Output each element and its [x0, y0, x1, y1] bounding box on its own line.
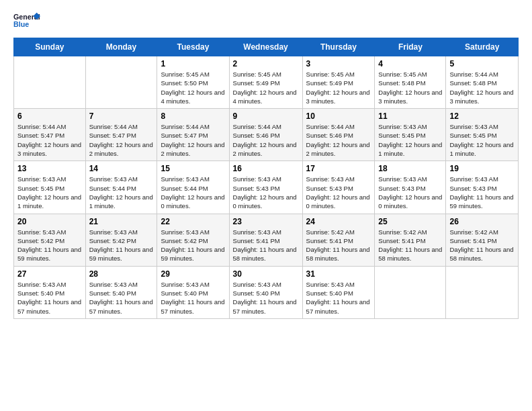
week-row-4: 20Sunrise: 5:43 AM Sunset: 5:42 PM Dayli…: [14, 214, 519, 266]
day-cell: 20Sunrise: 5:43 AM Sunset: 5:42 PM Dayli…: [14, 214, 86, 266]
header-cell-friday: Friday: [375, 38, 446, 56]
day-info: Sunrise: 5:42 AM Sunset: 5:41 PM Dayligh…: [378, 228, 442, 263]
week-row-1: 1Sunrise: 5:45 AM Sunset: 5:50 PM Daylig…: [14, 56, 519, 109]
day-info: Sunrise: 5:43 AM Sunset: 5:44 PM Dayligh…: [161, 175, 225, 210]
day-number: 26: [449, 217, 515, 226]
logo: General Blue: [13, 11, 40, 31]
day-number: 13: [17, 164, 82, 173]
day-number: 16: [233, 164, 299, 173]
day-cell: 14Sunrise: 5:43 AM Sunset: 5:44 PM Dayli…: [85, 161, 157, 214]
page-header: General Blue: [13, 11, 519, 31]
week-row-3: 13Sunrise: 5:43 AM Sunset: 5:45 PM Dayli…: [14, 161, 519, 214]
calendar-table: SundayMondayTuesdayWednesdayThursdayFrid…: [13, 38, 519, 319]
day-number: 8: [161, 111, 225, 121]
svg-text:Blue: Blue: [13, 20, 29, 28]
day-number: 21: [89, 217, 154, 226]
day-info: Sunrise: 5:42 AM Sunset: 5:41 PM Dayligh…: [306, 228, 371, 263]
day-info: Sunrise: 5:43 AM Sunset: 5:42 PM Dayligh…: [161, 228, 225, 263]
day-cell: 22Sunrise: 5:43 AM Sunset: 5:42 PM Dayli…: [157, 214, 229, 266]
day-info: Sunrise: 5:44 AM Sunset: 5:46 PM Dayligh…: [233, 122, 299, 158]
day-cell: 13Sunrise: 5:43 AM Sunset: 5:45 PM Dayli…: [14, 161, 86, 214]
day-cell: 21Sunrise: 5:43 AM Sunset: 5:42 PM Dayli…: [85, 214, 157, 266]
day-cell: 11Sunrise: 5:43 AM Sunset: 5:45 PM Dayli…: [375, 109, 446, 161]
day-cell: 7Sunrise: 5:44 AM Sunset: 5:47 PM Daylig…: [85, 109, 157, 161]
day-cell: 9Sunrise: 5:44 AM Sunset: 5:46 PM Daylig…: [229, 109, 302, 161]
day-number: 3: [306, 59, 371, 68]
day-cell: [85, 56, 157, 109]
day-number: 25: [378, 217, 442, 226]
day-cell: 12Sunrise: 5:43 AM Sunset: 5:45 PM Dayli…: [446, 109, 519, 161]
day-number: 24: [306, 217, 371, 226]
day-info: Sunrise: 5:44 AM Sunset: 5:47 PM Dayligh…: [17, 122, 82, 158]
day-cell: 18Sunrise: 5:43 AM Sunset: 5:43 PM Dayli…: [375, 161, 446, 214]
day-cell: 31Sunrise: 5:43 AM Sunset: 5:40 PM Dayli…: [302, 266, 375, 318]
day-cell: 17Sunrise: 5:43 AM Sunset: 5:43 PM Dayli…: [302, 161, 375, 214]
day-cell: 2Sunrise: 5:45 AM Sunset: 5:49 PM Daylig…: [229, 56, 302, 109]
day-info: Sunrise: 5:43 AM Sunset: 5:43 PM Dayligh…: [233, 175, 299, 210]
day-info: Sunrise: 5:45 AM Sunset: 5:48 PM Dayligh…: [378, 70, 442, 105]
day-number: 28: [89, 269, 154, 279]
day-number: 18: [378, 164, 442, 173]
day-number: 5: [449, 59, 515, 68]
day-info: Sunrise: 5:44 AM Sunset: 5:48 PM Dayligh…: [449, 70, 515, 105]
day-number: 4: [378, 59, 442, 68]
day-info: Sunrise: 5:43 AM Sunset: 5:44 PM Dayligh…: [89, 175, 154, 210]
day-number: 2: [233, 59, 299, 68]
day-cell: 30Sunrise: 5:43 AM Sunset: 5:40 PM Dayli…: [229, 266, 302, 318]
day-number: 12: [449, 111, 515, 121]
day-cell: 27Sunrise: 5:43 AM Sunset: 5:40 PM Dayli…: [14, 266, 86, 318]
day-cell: 16Sunrise: 5:43 AM Sunset: 5:43 PM Dayli…: [229, 161, 302, 214]
day-info: Sunrise: 5:43 AM Sunset: 5:40 PM Dayligh…: [89, 280, 154, 316]
calendar-body: 1Sunrise: 5:45 AM Sunset: 5:50 PM Daylig…: [14, 56, 519, 319]
header-cell-tuesday: Tuesday: [157, 38, 229, 56]
day-info: Sunrise: 5:43 AM Sunset: 5:43 PM Dayligh…: [306, 175, 371, 210]
day-info: Sunrise: 5:43 AM Sunset: 5:42 PM Dayligh…: [17, 228, 82, 263]
day-number: 31: [306, 269, 371, 279]
day-number: 1: [161, 59, 225, 68]
day-cell: 3Sunrise: 5:45 AM Sunset: 5:49 PM Daylig…: [302, 56, 375, 109]
day-cell: 25Sunrise: 5:42 AM Sunset: 5:41 PM Dayli…: [375, 214, 446, 266]
day-cell: 28Sunrise: 5:43 AM Sunset: 5:40 PM Dayli…: [85, 266, 157, 318]
day-info: Sunrise: 5:43 AM Sunset: 5:42 PM Dayligh…: [89, 228, 154, 263]
day-cell: 10Sunrise: 5:44 AM Sunset: 5:46 PM Dayli…: [302, 109, 375, 161]
day-cell: 24Sunrise: 5:42 AM Sunset: 5:41 PM Dayli…: [302, 214, 375, 266]
day-number: 7: [89, 111, 154, 121]
day-cell: [446, 266, 519, 318]
day-cell: 29Sunrise: 5:43 AM Sunset: 5:40 PM Dayli…: [157, 266, 229, 318]
day-info: Sunrise: 5:43 AM Sunset: 5:45 PM Dayligh…: [378, 122, 442, 158]
header-cell-thursday: Thursday: [302, 38, 375, 56]
day-info: Sunrise: 5:45 AM Sunset: 5:50 PM Dayligh…: [161, 70, 225, 105]
day-cell: [14, 56, 86, 109]
day-info: Sunrise: 5:43 AM Sunset: 5:43 PM Dayligh…: [378, 175, 442, 210]
day-number: 22: [161, 217, 225, 226]
day-number: 9: [233, 111, 299, 121]
day-cell: 1Sunrise: 5:45 AM Sunset: 5:50 PM Daylig…: [157, 56, 229, 109]
day-number: 17: [306, 164, 371, 173]
header-cell-sunday: Sunday: [14, 38, 86, 56]
day-number: 23: [233, 217, 299, 226]
day-cell: 23Sunrise: 5:43 AM Sunset: 5:41 PM Dayli…: [229, 214, 302, 266]
day-number: 27: [17, 269, 82, 279]
day-cell: [375, 266, 446, 318]
day-info: Sunrise: 5:45 AM Sunset: 5:49 PM Dayligh…: [233, 70, 299, 105]
day-number: 30: [233, 269, 299, 279]
header-row: SundayMondayTuesdayWednesdayThursdayFrid…: [14, 38, 519, 56]
day-cell: 4Sunrise: 5:45 AM Sunset: 5:48 PM Daylig…: [375, 56, 446, 109]
day-number: 15: [161, 164, 225, 173]
calendar-header: SundayMondayTuesdayWednesdayThursdayFrid…: [14, 38, 519, 56]
day-info: Sunrise: 5:43 AM Sunset: 5:40 PM Dayligh…: [233, 280, 299, 316]
day-info: Sunrise: 5:43 AM Sunset: 5:45 PM Dayligh…: [17, 175, 82, 210]
day-cell: 6Sunrise: 5:44 AM Sunset: 5:47 PM Daylig…: [14, 109, 86, 161]
header-cell-saturday: Saturday: [446, 38, 519, 56]
logo-icon: General Blue: [13, 11, 40, 30]
header-cell-wednesday: Wednesday: [229, 38, 302, 56]
day-cell: 8Sunrise: 5:44 AM Sunset: 5:47 PM Daylig…: [157, 109, 229, 161]
day-number: 6: [17, 111, 82, 121]
day-info: Sunrise: 5:43 AM Sunset: 5:40 PM Dayligh…: [17, 280, 82, 316]
day-info: Sunrise: 5:44 AM Sunset: 5:47 PM Dayligh…: [161, 122, 225, 158]
day-cell: 15Sunrise: 5:43 AM Sunset: 5:44 PM Dayli…: [157, 161, 229, 214]
day-info: Sunrise: 5:42 AM Sunset: 5:41 PM Dayligh…: [449, 228, 515, 263]
day-info: Sunrise: 5:43 AM Sunset: 5:40 PM Dayligh…: [161, 280, 225, 316]
day-number: 14: [89, 164, 154, 173]
day-info: Sunrise: 5:43 AM Sunset: 5:41 PM Dayligh…: [233, 228, 299, 263]
